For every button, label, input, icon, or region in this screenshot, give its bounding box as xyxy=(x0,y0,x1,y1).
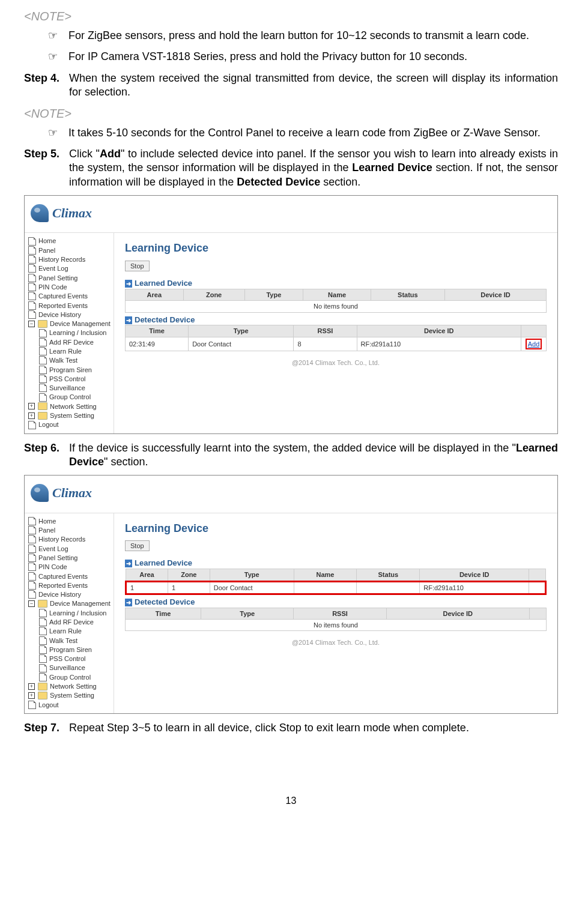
page-icon xyxy=(39,645,47,654)
collapse-icon[interactable]: − xyxy=(28,321,35,327)
nav-add-rf[interactable]: Add RF Device xyxy=(28,618,111,627)
step-number: Step 7. xyxy=(24,721,69,735)
add-link[interactable]: Add xyxy=(528,340,540,348)
cell-rssi: 8 xyxy=(294,337,357,351)
nav-network[interactable]: +Network Setting xyxy=(28,402,111,411)
nav-pss[interactable]: PSS Control xyxy=(28,375,111,384)
nav-panel[interactable]: Panel xyxy=(28,246,111,255)
col-device-id: Device ID xyxy=(357,325,521,337)
nav-device-mgmt[interactable]: −Device Management xyxy=(28,599,111,608)
stop-button[interactable]: Stop xyxy=(125,261,150,271)
col-name: Name xyxy=(294,569,357,581)
detected-table: Time Type RSSI Device ID No items found xyxy=(125,608,547,632)
detected-heading: ➜Detected Device xyxy=(125,597,547,608)
nav-group-control[interactable]: Group Control xyxy=(28,673,111,682)
step-text: Click "Add" to include selected device i… xyxy=(69,147,558,189)
page-icon xyxy=(28,563,36,571)
stop-button[interactable]: Stop xyxy=(125,540,150,551)
nav-learning[interactable]: Learning / Inclusion xyxy=(28,328,111,337)
nav-history[interactable]: History Records xyxy=(28,535,111,544)
col-zone: Zone xyxy=(168,569,210,581)
page-icon xyxy=(28,264,36,273)
text: section. xyxy=(320,176,360,188)
expand-icon[interactable]: + xyxy=(28,692,35,699)
nav-device-mgmt[interactable]: −Device Management xyxy=(28,319,111,328)
nav-panel[interactable]: Panel xyxy=(28,526,111,535)
text: Click " xyxy=(69,148,100,160)
nav-pss[interactable]: PSS Control xyxy=(28,654,111,663)
page-icon xyxy=(28,255,36,264)
no-items: No items found xyxy=(126,620,547,631)
col-time: Time xyxy=(126,325,189,337)
nav-group-control[interactable]: Group Control xyxy=(28,393,111,402)
arrow-icon: ➜ xyxy=(125,316,132,324)
nav-captured[interactable]: Captured Events xyxy=(28,572,111,581)
nav-panel-setting[interactable]: Panel Setting xyxy=(28,554,111,563)
screenshot-learning-detected: Climax Home Panel History Records Event … xyxy=(24,195,558,434)
nav-add-rf[interactable]: Add RF Device xyxy=(28,338,111,347)
bold-add: Add xyxy=(100,148,121,160)
page-icon xyxy=(39,347,47,355)
collapse-icon[interactable]: − xyxy=(28,600,35,607)
logo: Climax xyxy=(31,484,92,502)
nav-surveillance[interactable]: Surveillance xyxy=(28,384,111,393)
page-icon xyxy=(39,609,47,617)
arrow-icon: ➜ xyxy=(125,280,132,288)
cell-type: Door Contact xyxy=(189,337,294,351)
nav-learn-rule[interactable]: Learn Rule xyxy=(28,347,111,356)
page-icon xyxy=(28,572,36,581)
nav-system[interactable]: +System Setting xyxy=(28,691,111,700)
nav-pin[interactable]: PIN Code xyxy=(28,563,111,572)
page-icon xyxy=(28,517,36,525)
nav-walk-test[interactable]: Walk Test xyxy=(28,636,111,645)
brand-name: Climax xyxy=(52,485,92,502)
nav-network[interactable]: +Network Setting xyxy=(28,682,111,691)
nav-device-history[interactable]: Device History xyxy=(28,590,111,599)
detected-heading: ➜Detected Device xyxy=(125,315,547,325)
learned-table: Area Zone Type Name Status Device ID No … xyxy=(125,289,547,313)
nav-surveillance[interactable]: Surveillance xyxy=(28,663,111,672)
col-area: Area xyxy=(126,289,184,301)
nav-learn-rule[interactable]: Learn Rule xyxy=(28,627,111,636)
arrow-icon: ➜ xyxy=(125,599,132,606)
expand-icon[interactable]: + xyxy=(28,412,35,419)
nav-panel-setting[interactable]: Panel Setting xyxy=(28,274,111,283)
nav-device-history[interactable]: Device History xyxy=(28,310,111,319)
arrow-icon: ➜ xyxy=(125,560,132,567)
page-icon xyxy=(39,366,47,374)
folder-icon xyxy=(38,692,47,699)
col-type: Type xyxy=(201,608,294,619)
nav-home[interactable]: Home xyxy=(28,237,111,246)
nav-event-log[interactable]: Event Log xyxy=(28,545,111,554)
step-number: Step 4. xyxy=(24,71,69,100)
nav-program-siren[interactable]: Program Siren xyxy=(28,366,111,375)
page-icon xyxy=(28,246,36,255)
nav-system[interactable]: +System Setting xyxy=(28,411,111,420)
col-time: Time xyxy=(126,608,201,619)
nav-reported[interactable]: Reported Events xyxy=(28,301,111,310)
page-icon xyxy=(39,636,47,645)
nav-event-log[interactable]: Event Log xyxy=(28,264,111,273)
bold-detected: Detected Device xyxy=(237,176,320,188)
col-area: Area xyxy=(126,569,168,581)
page-icon xyxy=(28,701,36,709)
nav-captured[interactable]: Captured Events xyxy=(28,292,111,301)
nav-home[interactable]: Home xyxy=(28,517,111,526)
nav-program-siren[interactable]: Program Siren xyxy=(28,645,111,654)
page-icon xyxy=(28,581,36,590)
nav-history[interactable]: History Records xyxy=(28,255,111,264)
bullet-text: For IP Camera VST-1818 Series, press and… xyxy=(68,50,558,64)
expand-icon[interactable]: + xyxy=(28,403,35,409)
nav-walk-test[interactable]: Walk Test xyxy=(28,356,111,365)
nav-pin[interactable]: PIN Code xyxy=(28,283,111,292)
bullet-text: For ZigBee sensors, press and hold the l… xyxy=(68,29,558,43)
nav-logout[interactable]: Logout xyxy=(28,420,111,429)
text: If the device is successfully learnt int… xyxy=(69,442,516,454)
folder-icon xyxy=(38,600,47,608)
expand-icon[interactable]: + xyxy=(28,683,35,690)
nav-learning[interactable]: Learning / Inclusion xyxy=(28,609,111,618)
nav-reported[interactable]: Reported Events xyxy=(28,581,111,590)
nav-logout[interactable]: Logout xyxy=(28,701,111,710)
table-row: 02:31:49 Door Contact 8 RF:d291a110 Add xyxy=(126,337,547,351)
logo-bar: Climax xyxy=(25,196,557,233)
